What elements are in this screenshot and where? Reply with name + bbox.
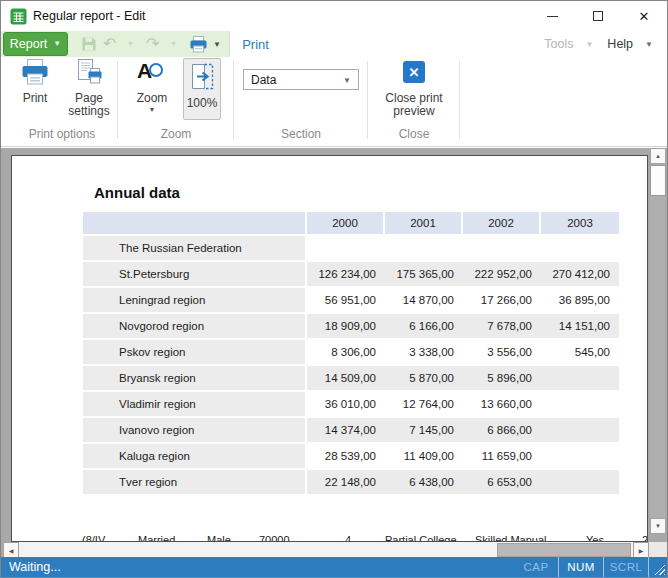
row-label: Pskov region <box>83 340 307 364</box>
value-cell <box>541 392 619 416</box>
redo-button[interactable]: ↷ <box>146 34 159 54</box>
chevron-down-icon: ▼ <box>53 40 61 48</box>
print-dropdown-icon[interactable]: ▼ <box>213 40 221 49</box>
row-label: The Russian Federation <box>83 236 307 260</box>
preview-page: Annual data 2000200120022003 The Russian… <box>11 155 648 542</box>
column-header: 2002 <box>463 212 541 234</box>
scroll-up-button[interactable]: ▲ <box>650 148 666 164</box>
value-cell <box>307 236 385 260</box>
section-select[interactable]: Data ▼ <box>243 69 359 90</box>
row-label: Vladimir region <box>83 392 307 416</box>
value-cell: 3 556,00 <box>463 340 541 364</box>
value-cell: 56 951,00 <box>307 288 385 312</box>
table-header-row: 2000200120022003 <box>83 212 619 234</box>
print-preview-area: Annual data 2000200120022003 The Russian… <box>1 148 667 559</box>
zoom-button[interactable]: A Zoom ▼ <box>125 59 179 113</box>
group-caption-close: Close <box>371 127 457 141</box>
group-caption-print-options: Print options <box>9 127 115 141</box>
undo-dropdown-icon[interactable]: ▼ <box>127 40 134 47</box>
undo-button[interactable]: ↶ <box>103 34 116 54</box>
menu-tools[interactable]: Tools ▼ <box>544 37 593 51</box>
quick-print-button[interactable] <box>189 36 208 53</box>
scrollbar-corner <box>649 542 667 558</box>
zoom-100-label: 100% <box>184 97 220 110</box>
value-cell: 175 365,00 <box>385 262 463 286</box>
minimize-button[interactable] <box>529 1 575 31</box>
horizontal-scroll-thumb[interactable] <box>497 543 631 557</box>
report-menu-button[interactable]: Report ▼ <box>3 32 68 56</box>
save-button[interactable] <box>81 36 97 52</box>
window-controls: ✕ <box>529 1 667 31</box>
page-settings-label: Page settings <box>61 92 117 118</box>
clipped-cell: Skilled Manual <box>475 534 547 541</box>
table-row: Ivanovo region14 374,007 145,006 866,00 <box>83 418 619 442</box>
value-cell: 545,00 <box>541 340 619 364</box>
status-scrl: SCRL <box>604 557 648 577</box>
table-row: Vladimir region36 010,0012 764,0013 660,… <box>83 392 619 416</box>
app-window: Regular report - Edit ✕ Report ▼ ↶ ▼ ↷ ▼… <box>0 0 668 578</box>
minimize-icon <box>547 16 558 17</box>
quick-access-toolbar: Report ▼ ↶ ▼ ↷ ▼ ▼ Print Tools ▼ H <box>1 31 667 57</box>
chevron-down-icon: ▼ <box>645 40 653 49</box>
value-cell: 28 539,00 <box>307 444 385 468</box>
group-caption-section: Section <box>237 127 365 141</box>
clipped-cell: Yes <box>586 534 604 541</box>
scroll-left-button[interactable]: ◀ <box>3 542 19 558</box>
scroll-down-button[interactable]: ▼ <box>650 518 666 534</box>
value-cell: 36 895,00 <box>541 288 619 312</box>
print-button-label: Print <box>11 92 59 105</box>
page-settings-button[interactable]: Page settings <box>61 59 117 118</box>
row-label: Leningrad region <box>83 288 307 312</box>
table-row: Tver region22 148,006 438,006 653,00 <box>83 470 619 494</box>
value-cell <box>385 236 463 260</box>
value-cell: 14 374,00 <box>307 418 385 442</box>
value-cell: 222 952,00 <box>463 262 541 286</box>
clipped-cell: 70000 <box>259 534 290 541</box>
column-header: 2000 <box>307 212 385 234</box>
row-label: Bryansk region <box>83 366 307 390</box>
close-preview-icon: ✕ <box>403 61 425 83</box>
group-caption-zoom: Zoom <box>121 127 231 141</box>
redo-dropdown-icon[interactable]: ▼ <box>170 40 177 47</box>
title-bar: Regular report - Edit ✕ <box>1 1 667 31</box>
value-cell: 3 338,00 <box>385 340 463 364</box>
row-label: Kaluga region <box>83 444 307 468</box>
close-icon: ✕ <box>639 10 650 23</box>
value-cell: 6 653,00 <box>463 470 541 494</box>
status-cap: CAP <box>514 557 558 577</box>
value-cell: 7 145,00 <box>385 418 463 442</box>
close-button[interactable]: ✕ <box>621 1 667 31</box>
column-header: 2003 <box>541 212 619 234</box>
scroll-right-button[interactable]: ▶ <box>633 542 649 558</box>
value-cell <box>541 444 619 468</box>
zoom-100-button[interactable]: 100% <box>183 58 221 120</box>
vertical-scroll-thumb[interactable] <box>650 165 666 196</box>
value-cell <box>541 366 619 390</box>
vertical-scrollbar[interactable]: ▲ ▼ <box>650 148 666 534</box>
value-cell: 13 660,00 <box>463 392 541 416</box>
report-title: Annual data <box>94 184 180 201</box>
maximize-button[interactable] <box>575 1 621 31</box>
table-row: Leningrad region56 951,0014 870,0017 266… <box>83 288 619 312</box>
resize-grip[interactable] <box>649 557 667 577</box>
horizontal-scrollbar[interactable]: ◀ ▶ <box>3 542 649 558</box>
close-print-preview-button[interactable]: ✕ Close print preview <box>373 59 455 118</box>
tab-print[interactable]: Print <box>229 31 281 57</box>
value-cell: 5 870,00 <box>385 366 463 390</box>
value-cell: 14 509,00 <box>307 366 385 390</box>
group-separator <box>459 61 460 139</box>
column-header: 2001 <box>385 212 463 234</box>
table-row: Novgorod region18 909,006 166,007 678,00… <box>83 314 619 338</box>
group-separator <box>117 61 118 139</box>
maximize-icon <box>593 11 603 21</box>
window-title: Regular report - Edit <box>33 9 146 23</box>
value-cell: 5 896,00 <box>463 366 541 390</box>
print-button[interactable]: Print <box>11 59 59 105</box>
menu-help[interactable]: Help ▼ <box>607 37 653 51</box>
value-cell <box>541 418 619 442</box>
value-cell: 6 166,00 <box>385 314 463 338</box>
close-preview-label: Close print preview <box>373 92 455 118</box>
chevron-down-icon: ▼ <box>125 106 179 113</box>
value-cell: 126 234,00 <box>307 262 385 286</box>
status-message: Waiting... <box>9 557 61 577</box>
